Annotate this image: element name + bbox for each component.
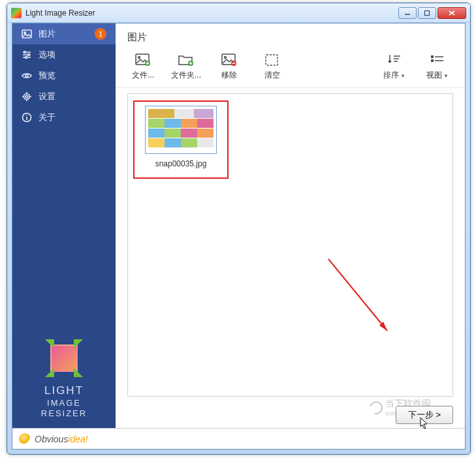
obvious-idea-label: Obviousidea! xyxy=(35,434,88,444)
toolbar-label: 文件夹... xyxy=(171,70,201,81)
filename-label: snap00035.jpg xyxy=(155,159,207,168)
sidebar-item-images[interactable]: 图片 1 xyxy=(12,23,116,44)
app-icon xyxy=(11,8,22,18)
image-icon xyxy=(22,29,32,39)
toolbar-label: 排序▼ xyxy=(383,70,405,81)
main-panel: 图片 文件... 文件夹... xyxy=(116,23,465,428)
view-icon xyxy=(428,53,447,67)
folder-add-icon xyxy=(177,53,195,67)
window-title: Light Image Resizer xyxy=(25,8,398,18)
close-button[interactable] xyxy=(437,7,466,19)
sidebar-item-label: 设置 xyxy=(39,91,106,102)
toolbar-label: 移除 xyxy=(221,70,237,81)
remove-button[interactable]: 移除 xyxy=(214,53,245,81)
sort-icon xyxy=(385,53,404,67)
svg-point-12 xyxy=(25,74,28,77)
client-area: 图片 1 选项 预览 xyxy=(12,23,466,450)
body-row: 图片 1 选项 预览 xyxy=(12,23,465,428)
sidebar-item-about[interactable]: 关于 xyxy=(12,107,116,128)
sidebar-item-options[interactable]: 选项 xyxy=(12,44,116,65)
chevron-down-icon: ▼ xyxy=(400,73,405,79)
gear-icon xyxy=(22,91,32,102)
window-controls xyxy=(398,7,466,19)
add-file-button[interactable]: 文件... xyxy=(127,53,159,81)
file-add-icon xyxy=(134,53,152,67)
sidebar-badge: 1 xyxy=(95,28,106,40)
svg-rect-39 xyxy=(431,55,434,58)
thumbnail xyxy=(145,106,217,154)
sidebar-item-settings[interactable]: 设置 xyxy=(12,86,116,107)
remove-icon xyxy=(220,53,238,67)
chevron-down-icon: ▼ xyxy=(443,73,449,79)
toolbar-label: 清空 xyxy=(264,70,280,81)
page-title: 图片 xyxy=(116,23,465,49)
sidebar-item-label: 图片 xyxy=(39,28,88,40)
maximize-button[interactable] xyxy=(418,7,436,19)
svg-line-43 xyxy=(328,259,387,331)
svg-point-21 xyxy=(26,115,27,116)
list-item[interactable]: snap00035.jpg xyxy=(140,106,222,168)
svg-point-9 xyxy=(24,52,26,53)
brand-block: LIGHT IMAGE RESIZER xyxy=(12,331,116,428)
sidebar: 图片 1 选项 预览 xyxy=(12,23,116,428)
svg-point-13 xyxy=(24,94,30,100)
annotation-arrow-icon xyxy=(322,252,400,344)
svg-point-31 xyxy=(225,57,227,59)
next-button[interactable]: 下一步 > xyxy=(396,406,453,424)
svg-point-11 xyxy=(25,57,27,59)
svg-rect-4 xyxy=(22,30,31,38)
info-icon xyxy=(22,112,32,123)
sliders-icon xyxy=(22,50,32,60)
brand-logo-icon xyxy=(46,341,82,376)
svg-point-23 xyxy=(138,57,140,59)
svg-rect-34 xyxy=(266,55,278,65)
svg-point-5 xyxy=(24,32,25,33)
minimize-button[interactable] xyxy=(398,7,417,19)
sidebar-item-preview[interactable]: 预览 xyxy=(12,65,116,86)
toolbar: 文件... 文件夹... 移除 xyxy=(116,49,465,88)
watermark-logo-icon xyxy=(367,399,385,416)
svg-rect-1 xyxy=(425,10,430,15)
content-area[interactable]: snap00035.jpg xyxy=(127,93,453,397)
clear-icon xyxy=(263,53,281,67)
svg-point-14 xyxy=(25,95,28,98)
sidebar-spacer xyxy=(12,128,116,331)
sort-button[interactable]: 排序▼ xyxy=(379,53,410,81)
footer: 当下软件园 www.downxia.com 下一步 > xyxy=(116,402,465,428)
add-folder-button[interactable]: 文件夹... xyxy=(170,53,202,81)
sidebar-item-label: 选项 xyxy=(39,49,106,61)
view-button[interactable]: 视图▼ xyxy=(422,53,453,81)
svg-point-10 xyxy=(28,54,30,56)
titlebar: Light Image Resizer xyxy=(7,3,470,23)
clear-button[interactable]: 清空 xyxy=(257,53,288,81)
svg-rect-40 xyxy=(431,59,434,62)
sidebar-item-label: 预览 xyxy=(39,70,106,82)
app-window: Light Image Resizer 图片 1 xyxy=(7,3,471,455)
toolbar-label: 视图▼ xyxy=(426,70,449,81)
bulb-icon xyxy=(19,433,31,445)
svg-marker-44 xyxy=(379,322,387,331)
obvious-idea-bar[interactable]: Obviousidea! xyxy=(12,428,465,449)
brand-text: LIGHT IMAGE RESIZER xyxy=(22,384,106,419)
sidebar-item-label: 关于 xyxy=(39,112,106,123)
eye-icon xyxy=(22,70,32,81)
toolbar-label: 文件... xyxy=(132,70,154,81)
